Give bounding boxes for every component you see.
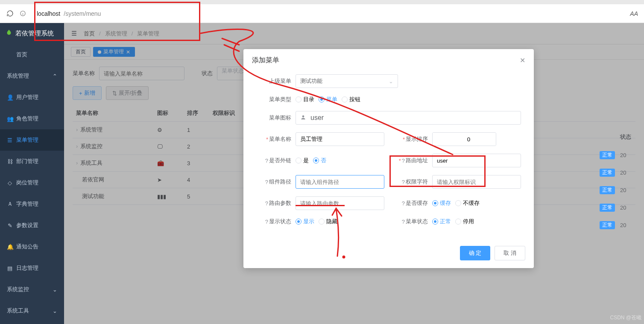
param-icon: ✎	[7, 222, 13, 229]
sidebar-item-post[interactable]: ◇岗位管理	[0, 172, 64, 193]
sidebar: 若依管理系统 首页 系统管理⌃ 👤用户管理 👥角色管理 ☰菜单管理 ⛓部门管理 …	[0, 23, 64, 324]
chevron-up-icon: ⌃	[53, 73, 57, 79]
sidebar-item-notice[interactable]: 🔔通知公告	[0, 236, 64, 257]
radio-directory[interactable]: 目录	[296, 96, 314, 103]
status-column: 正常20 正常20 正常20 正常20 正常20	[598, 146, 644, 234]
reload-icon[interactable]	[6, 10, 14, 18]
sidebar-group-tool[interactable]: 系统工具⌄	[0, 300, 64, 321]
menu-icon: ☰	[7, 137, 13, 143]
sidebar-group-system[interactable]: 系统管理⌃	[0, 65, 64, 87]
dict-icon: Ａ	[7, 200, 13, 208]
user-icon	[300, 114, 307, 121]
radio-cache-no[interactable]: 不缓存	[455, 199, 480, 207]
brand-icon	[5, 29, 13, 38]
sidebar-item-log[interactable]: ▤日志管理	[0, 257, 64, 279]
component-input[interactable]	[296, 175, 384, 189]
sidebar-item-param[interactable]: ✎参数设置	[0, 215, 64, 236]
radio-display-show[interactable]: 显示	[296, 218, 314, 225]
status-badge: 正常	[600, 169, 615, 177]
cache-label: ?是否缓存	[393, 199, 428, 207]
radio-label: 目录	[303, 96, 314, 103]
cell-year: 20	[620, 204, 626, 211]
icon-input[interactable]: user	[296, 111, 521, 125]
order-stepper[interactable]: ▴▾	[432, 132, 496, 146]
sidebar-item-roles[interactable]: 👥角色管理	[0, 108, 64, 129]
radio-display-hide[interactable]: 隐藏	[319, 218, 337, 225]
browser-nav: localhost/system/menu AA	[0, 4, 644, 23]
sidebar-item-home[interactable]: 首页	[0, 44, 64, 65]
status-badge: 正常	[600, 221, 615, 229]
status-badge: 正常	[600, 151, 615, 159]
radio-external-no[interactable]: 否	[313, 157, 326, 164]
radio-label: 停用	[463, 218, 474, 225]
component-label: ?组件路径	[256, 178, 291, 186]
sidebar-item-label: 部门管理	[16, 158, 38, 165]
sidebar-group-label: 系统管理	[7, 72, 29, 80]
users-icon: 👥	[7, 116, 13, 122]
help-icon: ?	[265, 179, 268, 185]
close-icon[interactable]: ✕	[520, 56, 525, 64]
icon-value: user	[310, 114, 324, 122]
info-icon[interactable]	[19, 10, 26, 18]
perm-input[interactable]	[432, 175, 521, 189]
radio-external-yes[interactable]: 是	[296, 157, 309, 164]
dialog-title: 添加菜单	[252, 56, 279, 65]
radio-label: 否	[321, 157, 326, 164]
radio-cache-yes[interactable]: 缓存	[432, 199, 451, 207]
cancel-button[interactable]: 取 消	[495, 246, 525, 260]
name-input[interactable]	[296, 132, 384, 146]
read-aloud-icon[interactable]: AA	[630, 10, 638, 17]
order-input[interactable]	[433, 133, 496, 146]
sidebar-item-label: 角色管理	[16, 115, 38, 123]
help-icon: ?	[402, 179, 405, 185]
url-origin: localhost	[37, 10, 60, 17]
log-icon: ▤	[7, 265, 13, 271]
tree-icon: ⛓	[7, 158, 13, 165]
parent-label: 上级菜单	[256, 77, 291, 85]
help-icon: ?	[265, 219, 268, 225]
radio-label: 隐藏	[326, 218, 337, 225]
radio-label: 缓存	[440, 199, 451, 207]
dialog-footer: 确 定 取 消	[243, 242, 534, 268]
help-icon: ?	[402, 158, 405, 164]
radio-menu[interactable]: 菜单	[319, 96, 337, 103]
url-bar[interactable]: localhost/system/menu	[32, 7, 625, 20]
sidebar-item-label: 菜单管理	[16, 136, 38, 144]
brand-title: 若依管理系统	[15, 29, 54, 38]
status-badge: 正常	[600, 186, 615, 194]
params-input[interactable]	[296, 196, 384, 210]
sidebar-item-dict[interactable]: Ａ字典管理	[0, 193, 64, 215]
cell-year: 20	[620, 222, 626, 228]
help-icon: ?	[265, 200, 268, 207]
perm-label: ?权限字符	[393, 178, 428, 186]
sidebar-item-label: 首页	[16, 51, 27, 58]
sidebar-group-monitor[interactable]: 系统监控⌄	[0, 279, 64, 300]
radio-label: 菜单	[326, 96, 337, 103]
route-input[interactable]	[432, 154, 521, 167]
sidebar-item-users[interactable]: 👤用户管理	[0, 87, 64, 108]
sidebar-item-menu[interactable]: ☰菜单管理	[0, 129, 64, 151]
external-label: ?是否外链	[256, 157, 291, 164]
params-label: ?路由参数	[256, 199, 291, 207]
status-badge: 正常	[600, 204, 615, 212]
name-label: *菜单名称	[256, 135, 291, 143]
browser-tabs-row	[0, 0, 644, 4]
route-label: *?路由地址	[393, 157, 428, 164]
radio-button-type[interactable]: 按钮	[342, 96, 360, 103]
display-label: ?显示状态	[256, 218, 291, 225]
radio-status-stop[interactable]: 停用	[455, 218, 474, 225]
sidebar-item-label: 字典管理	[16, 200, 38, 208]
radio-label: 按钮	[349, 96, 360, 103]
parent-select[interactable]: 测试功能 ⌄	[296, 74, 398, 88]
cell-year: 20	[620, 187, 626, 193]
cell-year: 20	[620, 169, 626, 176]
sidebar-item-label: 参数设置	[16, 222, 38, 229]
sidebar-item-dept[interactable]: ⛓部门管理	[0, 151, 64, 172]
ok-button[interactable]: 确 定	[460, 246, 491, 260]
sidebar-item-label: 用户管理	[16, 93, 38, 101]
sidebar-item-label: 岗位管理	[16, 179, 38, 187]
radio-status-normal[interactable]: 正常	[432, 218, 451, 225]
chevron-down-icon: ⌄	[389, 78, 393, 85]
icon-label: 菜单图标	[256, 114, 291, 122]
dialog-header: 添加菜单 ✕	[243, 49, 534, 72]
